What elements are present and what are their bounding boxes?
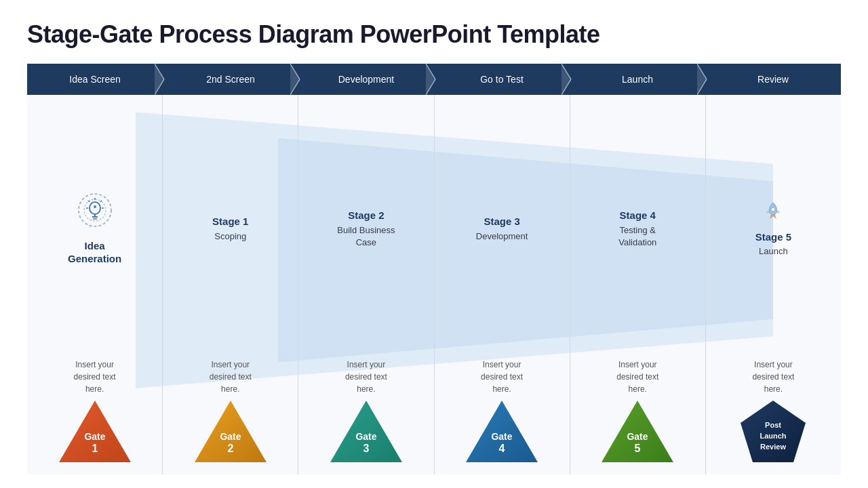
col-upper-stage2: Stage 2 Build BusinessCase	[334, 95, 397, 356]
nav-chevron-3	[561, 64, 578, 95]
nav-item-label-3: Go to Test	[480, 74, 524, 85]
gate-wrapper-stage4: Gate 5	[600, 399, 675, 464]
page: Stage-Gate Process Diagram PowerPoint Te…	[0, 0, 868, 488]
gate-pentagon-stage5: Post Launch Review	[739, 399, 807, 464]
gate-triangle-stage1: Gate 2	[193, 399, 268, 464]
svg-text:Gate: Gate	[220, 431, 241, 442]
col-upper-stage1: Stage 1 Scoping	[210, 95, 251, 356]
nav-item-label-0: Idea Screen	[69, 74, 121, 85]
svg-text:Gate: Gate	[627, 431, 648, 442]
gate-wrapper-stage3: Gate 4	[465, 399, 539, 464]
stage-subtitle-stage4: Testing &Validation	[618, 224, 656, 249]
lightbulb-icon	[77, 192, 113, 228]
svg-text:Gate: Gate	[492, 431, 513, 442]
column-stage5: Stage 5 Launch Insert yourdesired texthe…	[706, 95, 841, 474]
svg-point-28	[94, 205, 96, 208]
gate-wrapper-stage1: Gate 2	[193, 399, 268, 464]
nav-chevron-1	[290, 64, 307, 95]
svg-text:4: 4	[499, 443, 505, 454]
col-lower-stage3: Insert yourdesired texthere. Gate 4	[465, 356, 539, 474]
nav-bar: Idea Screen 2nd Screen Development Go to…	[27, 64, 841, 95]
insert-text-idea: Insert yourdesired texthere.	[74, 359, 116, 395]
nav-item-label-4: Launch	[622, 74, 653, 85]
nav-item-1[interactable]: 2nd Screen	[163, 64, 298, 95]
rocket-svg	[762, 200, 784, 222]
col-upper-stage4: Stage 4 Testing &Validation	[616, 95, 659, 356]
nav-item-0[interactable]: Idea Screen	[27, 64, 163, 95]
column-stage1: Stage 1 Scoping Insert yourdesired texth…	[163, 95, 298, 474]
stage-title-idea: IdeaGeneration	[68, 239, 121, 266]
insert-text-stage1: Insert yourdesired texthere.	[210, 359, 252, 395]
column-stage3: Stage 3 Development Insert yourdesired t…	[435, 95, 570, 474]
svg-text:Post: Post	[766, 421, 782, 429]
gate-triangle-stage3: Gate 4	[465, 399, 539, 464]
gate-triangle-stage4: Gate 5	[600, 399, 675, 464]
svg-text:5: 5	[635, 443, 641, 454]
insert-text-stage5: Insert yourdesired texthere.	[752, 359, 794, 395]
gate-wrapper-stage2: Gate 3	[329, 399, 403, 464]
nav-item-4[interactable]: Launch	[570, 64, 705, 95]
stage-title-stage4: Stage 4	[620, 209, 656, 222]
nav-item-3[interactable]: Go to Test	[434, 64, 570, 95]
col-lower-stage1: Insert yourdesired texthere. Gate 2	[193, 356, 268, 474]
nav-chevron-4	[697, 64, 713, 95]
svg-text:Launch: Launch	[760, 432, 787, 440]
nav-item-5[interactable]: Review	[705, 64, 841, 95]
col-upper-idea: IdeaGeneration	[65, 95, 124, 356]
insert-text-stage3: Insert yourdesired texthere.	[481, 359, 523, 395]
stage-subtitle-stage2: Build BusinessCase	[337, 224, 395, 249]
column-stage2: Stage 2 Build BusinessCase Insert yourde…	[298, 95, 434, 474]
stage-subtitle-stage3: Development	[476, 230, 528, 243]
svg-text:1: 1	[92, 443, 98, 454]
main-area: IdeaGeneration Insert yourdesired texthe…	[27, 95, 841, 474]
nav-item-label-1: 2nd Screen	[206, 74, 255, 85]
insert-text-stage2: Insert yourdesired texthere.	[345, 359, 387, 395]
svg-text:Gate: Gate	[355, 431, 376, 442]
stage-title-stage5: Stage 5	[755, 230, 791, 244]
stage-subtitle-stage1: Scoping	[214, 230, 246, 243]
col-lower-stage5: Insert yourdesired texthere. Post Launch…	[739, 356, 807, 474]
column-idea: IdeaGeneration Insert yourdesired texthe…	[27, 95, 163, 474]
gate-wrapper-stage5: Post Launch Review	[739, 399, 807, 464]
nav-chevron-0	[155, 64, 171, 95]
rocket-icon	[762, 200, 784, 226]
stage-title-stage1: Stage 1	[212, 215, 248, 228]
nav-item-label-5: Review	[757, 74, 789, 85]
stage-subtitle-stage5: Launch	[759, 245, 788, 258]
insert-text-stage4: Insert yourdesired texthere.	[616, 359, 658, 395]
col-lower-idea: Insert yourdesired texthere. Gate 1	[58, 356, 132, 474]
nav-item-2[interactable]: Development	[298, 64, 434, 95]
svg-text:Review: Review	[760, 443, 786, 451]
col-upper-stage5: Stage 5 Launch	[753, 95, 794, 356]
col-lower-stage2: Insert yourdesired texthere. Gate 3	[329, 356, 403, 474]
gate-wrapper-idea: Gate 1	[58, 399, 132, 464]
idea-icon	[77, 192, 113, 234]
gate-triangle-stage2: Gate 3	[329, 399, 403, 464]
page-title: Stage-Gate Process Diagram PowerPoint Te…	[27, 20, 841, 49]
column-stage4: Stage 4 Testing &Validation Insert yourd…	[570, 95, 706, 474]
svg-point-49	[771, 207, 775, 211]
nav-chevron-2	[426, 64, 442, 95]
nav-item-label-2: Development	[338, 74, 395, 85]
svg-text:Gate: Gate	[84, 431, 105, 442]
columns-container: IdeaGeneration Insert yourdesired texthe…	[27, 95, 841, 474]
stage-title-stage2: Stage 2	[348, 209, 384, 222]
stage-title-stage3: Stage 3	[484, 215, 519, 228]
svg-text:2: 2	[227, 443, 233, 454]
col-upper-stage3: Stage 3 Development	[473, 95, 531, 356]
svg-text:3: 3	[363, 443, 369, 454]
gate-triangle-idea: Gate 1	[58, 399, 132, 464]
col-lower-stage4: Insert yourdesired texthere. Gate 5	[600, 356, 675, 474]
